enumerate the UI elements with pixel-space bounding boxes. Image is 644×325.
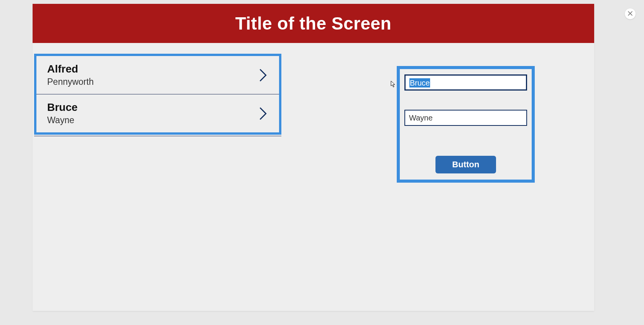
first-name-field-wrap: Bruce [404,74,527,91]
list-item-primary: Bruce [47,101,77,114]
submit-button[interactable]: Button [435,156,496,173]
field-spacer [404,91,527,110]
page-title: Title of the Screen [235,13,391,34]
list-bottom-divider [34,136,281,136]
list-item-secondary: Pennyworth [47,77,94,87]
header-bar: Title of the Screen [33,4,594,43]
chevron-right-icon [258,68,268,82]
content-area: Alfred Pennyworth Bruce Wayne [33,43,594,54]
list-item-secondary: Wayne [47,115,77,125]
list-item[interactable]: Alfred Pennyworth [36,56,279,94]
close-icon [628,10,632,17]
last-name-input[interactable] [404,110,527,126]
screen-container: Title of the Screen Alfred Pennyworth Br… [33,4,594,311]
list-item-text: Bruce Wayne [47,101,77,125]
chevron-right-icon [258,106,268,121]
list-panel: Alfred Pennyworth Bruce Wayne [34,54,281,135]
form-panel: Bruce Button [397,66,535,183]
first-name-input[interactable] [404,74,527,91]
list-item-primary: Alfred [47,63,94,75]
list-item[interactable]: Bruce Wayne [36,94,279,132]
close-button[interactable] [625,8,636,19]
list-item-text: Alfred Pennyworth [47,63,94,87]
